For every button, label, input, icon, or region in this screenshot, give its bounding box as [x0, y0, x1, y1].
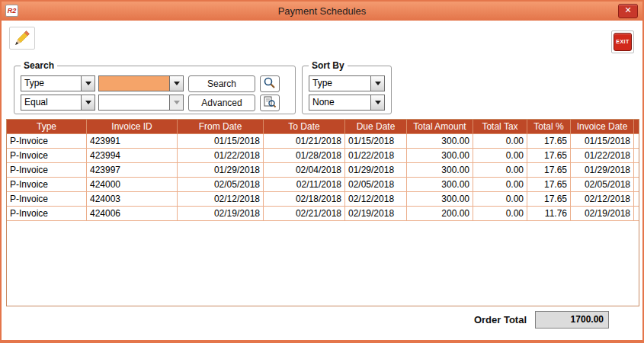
column-header[interactable]: To Date	[264, 120, 345, 134]
column-header[interactable]: Invoice Date	[571, 120, 634, 134]
table-row[interactable]: P-Invoice42400002/05/201802/11/201802/05…	[7, 178, 639, 192]
sort-secondary-dropdown[interactable]: None	[309, 95, 385, 111]
table-row[interactable]: P-Invoice42400302/12/201802/18/201802/12…	[7, 192, 639, 207]
exit-icon: EXIT	[614, 33, 632, 51]
table-cell: 11.76	[527, 207, 571, 221]
column-header[interactable]: Total %	[527, 120, 571, 134]
column-header[interactable]: Posted	[634, 120, 640, 134]
table-cell: 423994	[87, 149, 178, 163]
table-cell: 300.00	[407, 134, 473, 149]
chevron-down-icon[interactable]	[81, 76, 95, 91]
search-button[interactable]: Search	[188, 75, 255, 92]
chevron-down-icon	[169, 95, 183, 110]
table-cell: 01/29/2018	[571, 163, 634, 178]
table-cell: 02/04/2018	[264, 163, 345, 178]
advanced-magnifier-button[interactable]	[260, 95, 280, 111]
search-operator-value: Equal	[21, 95, 81, 110]
column-header[interactable]: Invoice ID	[87, 120, 178, 134]
table-cell: 01/15/2018	[345, 134, 407, 149]
table-cell: 02/19/2018	[345, 207, 407, 221]
table-cell: 300.00	[407, 149, 473, 163]
table-cell: 01/28/2018	[264, 149, 345, 163]
search-value-dropdown[interactable]	[98, 75, 184, 91]
table-cell: 0.00	[473, 192, 527, 207]
table-cell: 02/05/2018	[345, 178, 407, 192]
search-operator-dropdown[interactable]: Equal	[21, 95, 95, 111]
search-field-dropdown[interactable]: Type	[21, 75, 95, 91]
chevron-down-icon[interactable]	[169, 76, 183, 91]
table-cell: 02/12/2018	[571, 192, 634, 207]
table-cell: P-Invoice	[7, 192, 87, 207]
chevron-down-icon[interactable]	[81, 95, 95, 110]
table-cell: P-Invoice	[7, 149, 87, 163]
invoice-table-body: P-Invoice42399101/15/201801/21/201801/15…	[7, 134, 639, 221]
table-cell: 17.65	[527, 163, 571, 178]
table-cell: 01/29/2018	[345, 163, 407, 178]
close-button[interactable]: ✕	[618, 4, 638, 18]
table-cell: 17.65	[527, 178, 571, 192]
table-cell: 02/11/2018	[264, 178, 345, 192]
invoice-table: TypeInvoice IDFrom DateTo DateDue DateTo…	[7, 120, 639, 221]
table-cell: 0.00	[473, 178, 527, 192]
table-cell: 01/29/2018	[178, 163, 264, 178]
table-cell: 02/18/2018	[264, 192, 345, 207]
close-icon: ✕	[624, 5, 631, 14]
edit-button[interactable]	[9, 27, 35, 50]
table-cell: 0.00	[473, 134, 527, 149]
table-cell: P-Invoice	[7, 163, 87, 178]
invoice-table-container: TypeInvoice IDFrom DateTo DateDue DateTo…	[6, 119, 639, 306]
table-cell: 300.00	[407, 192, 473, 207]
title-bar: R2 Payment Schedules ✕	[2, 2, 642, 21]
table-cell: 02/05/2018	[571, 178, 634, 192]
table-cell: 01/15/2018	[571, 134, 634, 149]
table-cell: 0.00	[473, 207, 527, 221]
sort-primary-dropdown[interactable]: Type	[309, 75, 385, 91]
order-total-field: 1700.00	[535, 311, 609, 329]
search-value2-dropdown	[98, 95, 184, 111]
table-cell: 423991	[87, 134, 178, 149]
column-header[interactable]: From Date	[178, 120, 264, 134]
table-cell: 02/21/2018	[264, 207, 345, 221]
sort-by-group-label: Sort By	[309, 60, 348, 71]
table-cell: 01/22/2018	[178, 149, 264, 163]
table-cell: P-Invoice	[7, 207, 87, 221]
magnifier-icon	[263, 77, 277, 91]
table-cell: 01/15/2018	[178, 134, 264, 149]
search-value2-text	[99, 95, 169, 110]
column-header[interactable]: Total Amount	[407, 120, 473, 134]
advanced-search-button[interactable]: Advanced	[188, 95, 255, 111]
table-cell: 17.65	[527, 134, 571, 149]
table-cell: 17.65	[527, 149, 571, 163]
posted-cell	[634, 134, 640, 149]
column-header[interactable]: Due Date	[345, 120, 407, 134]
table-cell: 17.65	[527, 192, 571, 207]
search-field-value: Type	[21, 76, 81, 91]
table-cell: P-Invoice	[7, 178, 87, 192]
table-row[interactable]: P-Invoice42399701/29/201802/04/201801/29…	[7, 163, 639, 178]
chevron-down-icon[interactable]	[370, 76, 384, 91]
table-row[interactable]: P-Invoice42399401/22/201801/28/201801/22…	[7, 149, 639, 163]
table-cell: 01/21/2018	[264, 134, 345, 149]
payment-schedules-window: R2 Payment Schedules ✕ EXIT Search Type	[0, 0, 644, 343]
order-total-label: Order Total	[474, 314, 527, 325]
table-cell: 424003	[87, 192, 178, 207]
table-row[interactable]: P-Invoice42400602/19/201802/21/201802/19…	[7, 207, 639, 221]
column-header[interactable]: Type	[7, 120, 87, 134]
table-cell: 200.00	[407, 207, 473, 221]
document-magnifier-icon	[263, 96, 277, 111]
chevron-down-icon[interactable]	[370, 95, 384, 110]
sort-secondary-value: None	[309, 95, 370, 110]
table-cell: 424000	[87, 178, 178, 192]
table-cell: 02/19/2018	[178, 207, 264, 221]
search-magnifier-button[interactable]	[260, 75, 280, 92]
exit-button[interactable]: EXIT	[611, 30, 634, 53]
table-row[interactable]: P-Invoice42399101/15/201801/21/201801/15…	[7, 134, 639, 149]
column-header[interactable]: Total Tax	[473, 120, 527, 134]
table-cell: 0.00	[473, 149, 527, 163]
table-cell: 01/22/2018	[571, 149, 634, 163]
sort-by-groupbox: Sort By Type None	[302, 66, 392, 114]
posted-cell	[634, 207, 640, 221]
posted-cell	[634, 192, 640, 207]
posted-cell	[634, 149, 640, 163]
order-total-value: 1700.00	[571, 314, 604, 325]
